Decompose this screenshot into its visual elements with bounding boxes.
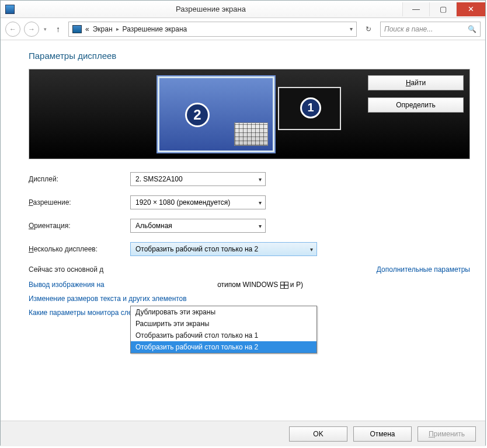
app-icon xyxy=(5,5,15,14)
breadcrumb-item[interactable]: Разрешение экрана xyxy=(123,25,187,33)
back-button[interactable]: ← xyxy=(5,22,20,37)
display-select[interactable]: 2. SMS22A100 xyxy=(130,172,266,186)
refresh-button[interactable]: ↻ xyxy=(360,22,377,37)
resolution-label: Разрешение: xyxy=(29,198,130,206)
search-placeholder: Поиск в пане... xyxy=(384,25,433,33)
ok-button[interactable]: OK xyxy=(289,426,347,442)
navbar: ← → ▾ ↑ « Экран ▸ Разрешение экрана ▾ ↻ … xyxy=(1,18,485,40)
dropdown-option-only2[interactable]: Отобразить рабочий стол только на 2 xyxy=(131,341,316,353)
minimize-button[interactable]: — xyxy=(402,2,429,16)
content-area: Параметры дисплеев 2 1 Найти Определить … xyxy=(1,40,485,421)
titlebar-buttons: — ▢ ✕ xyxy=(402,2,485,16)
resolution-value: 1920 × 1080 (рекомендуется) xyxy=(135,198,230,206)
multiple-displays-select[interactable]: Отобразить рабочий стол только на 2 xyxy=(130,242,317,256)
orientation-value: Альбомная xyxy=(135,222,172,230)
projector-output-link[interactable]: Вывод изображения на xyxy=(29,281,105,289)
search-input[interactable]: Поиск в пане... 🔍 xyxy=(380,22,481,37)
maximize-button[interactable]: ▢ xyxy=(429,2,456,16)
orientation-label: Ориентация: xyxy=(29,222,130,230)
monitor-icon xyxy=(72,25,82,33)
multiple-displays-label: Несколько дисплеев: xyxy=(29,245,130,253)
monitor-1[interactable]: 1 xyxy=(278,87,341,130)
dropdown-option-extend[interactable]: Расширить эти экраны xyxy=(131,318,316,330)
footer: OK Отмена Применить xyxy=(1,421,485,446)
cancel-button[interactable]: Отмена xyxy=(353,426,412,442)
search-icon: 🔍 xyxy=(468,25,476,33)
chevron-right-icon: ▸ xyxy=(116,26,119,32)
window: Разрешение экрана — ▢ ✕ ← → ▾ ↑ « Экран … xyxy=(0,0,486,446)
monitor-1-number: 1 xyxy=(300,97,321,118)
projector-text-visible: отипом WINDOWS xyxy=(217,281,278,289)
titlebar: Разрешение экрана — ▢ ✕ xyxy=(1,1,485,18)
keyboard-icon xyxy=(234,123,268,146)
dropdown-option-duplicate[interactable]: Дублировать эти экраны xyxy=(131,306,316,318)
apply-button: Применить xyxy=(418,426,476,442)
advanced-settings-link[interactable]: Дополнительные параметры xyxy=(377,265,470,274)
multiple-displays-dropdown: Дублировать эти экраны Расширить эти экр… xyxy=(130,306,317,354)
resolution-select[interactable]: 1920 × 1080 (рекомендуется) xyxy=(130,195,266,209)
recent-locations-button[interactable]: ▾ xyxy=(43,26,48,32)
page-heading: Параметры дисплеев xyxy=(29,51,470,61)
projector-key-text: и P) xyxy=(290,281,303,289)
monitor-2[interactable]: 2 xyxy=(158,76,274,152)
display-label: Дисплей: xyxy=(29,175,130,183)
identify-button[interactable]: Определить xyxy=(368,97,464,113)
multiple-displays-value: Отобразить рабочий стол только на 2 xyxy=(135,245,258,253)
display-value: 2. SMS22A100 xyxy=(135,175,183,183)
orientation-select[interactable]: Альбомная xyxy=(130,219,266,233)
close-button[interactable]: ✕ xyxy=(456,2,485,16)
address-chevrons: « xyxy=(85,25,89,33)
text-size-link[interactable]: Изменение размеров текста и других элеме… xyxy=(29,295,187,303)
dropdown-option-only1[interactable]: Отобразить рабочий стол только на 1 xyxy=(131,330,316,341)
find-button[interactable]: Найти xyxy=(368,75,464,90)
display-preview: 2 1 Найти Определить xyxy=(29,69,470,159)
main-display-text: Сейчас это основной д xyxy=(29,265,103,274)
window-title: Разрешение экрана xyxy=(19,5,402,13)
projector-text-tail xyxy=(106,281,215,289)
address-dropdown-icon[interactable]: ▾ xyxy=(350,26,353,32)
breadcrumb-item[interactable]: Экран xyxy=(93,25,113,33)
up-button[interactable]: ↑ xyxy=(51,24,65,34)
monitor-2-number: 2 xyxy=(185,103,210,127)
address-bar[interactable]: « Экран ▸ Разрешение экрана ▾ xyxy=(68,22,357,37)
windows-key-icon xyxy=(280,282,288,289)
forward-button[interactable]: → xyxy=(24,22,39,37)
